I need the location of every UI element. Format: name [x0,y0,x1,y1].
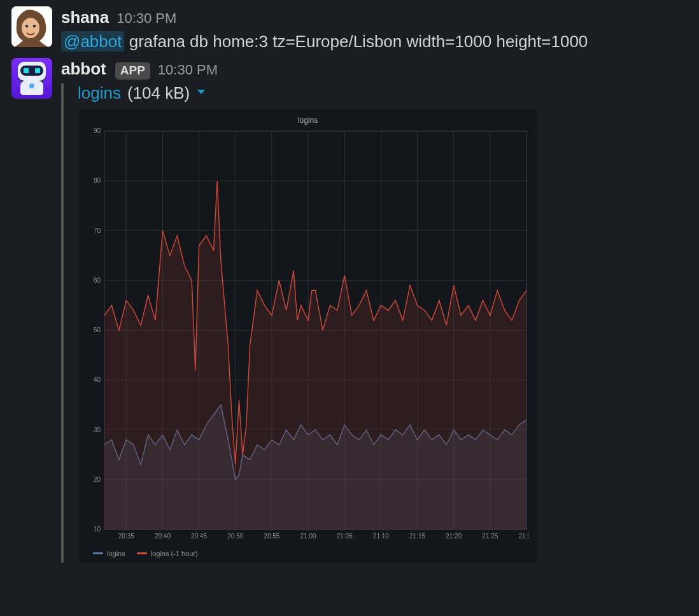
chart-legend: logins logins (-1 hour) [78,547,538,557]
svg-text:30: 30 [94,426,101,433]
username[interactable]: shana [61,8,109,27]
svg-text:70: 70 [94,227,101,234]
svg-text:40: 40 [94,376,101,383]
svg-text:21:00: 21:00 [300,533,316,540]
svg-text:21:20: 21:20 [446,533,462,540]
legend-swatch [93,552,103,554]
svg-point-2 [25,25,28,27]
message-header: shana 10:30 PM [61,8,688,27]
svg-text:20:50: 20:50 [227,533,243,540]
svg-text:21:25: 21:25 [482,533,498,540]
svg-point-3 [33,25,36,27]
svg-text:20:40: 20:40 [155,533,171,540]
message-text: @abbot grafana db home:3 tz=Europe/Lisbo… [61,30,688,54]
app-badge: APP [115,62,150,80]
svg-text:21:15: 21:15 [409,533,425,540]
svg-text:20: 20 [94,475,101,482]
svg-text:21:10: 21:10 [373,533,389,540]
svg-text:21:05: 21:05 [337,533,353,540]
svg-text:50: 50 [94,326,101,333]
file-name-link[interactable]: logins [78,83,121,103]
svg-text:20:55: 20:55 [264,533,279,540]
svg-text:80: 80 [94,177,101,184]
chart-title: logins [78,116,538,125]
timestamp[interactable]: 10:30 PM [158,62,218,78]
avatar-abbot[interactable] [11,58,52,99]
timestamp[interactable]: 10:30 PM [117,10,176,27]
chart-plot: 10203040506070809020:3520:4020:4520:5020… [87,127,529,547]
avatar-image [17,62,47,95]
attachment-header: logins (104 kB) [78,83,542,103]
legend-label: logins (-1 hour) [151,550,198,557]
legend-item-logins[interactable]: logins [93,550,125,557]
message-body: abbot APP 10:30 PM logins (104 kB) login… [61,58,688,563]
message-abbot: abbot APP 10:30 PM logins (104 kB) login… [11,58,688,563]
attachment: logins (104 kB) logins 10203040506070809… [61,83,542,563]
chart-container[interactable]: logins 10203040506070809020:3520:4020:45… [78,109,538,563]
chevron-down-icon[interactable] [197,90,205,94]
svg-text:21:30: 21:30 [518,533,529,540]
mention-abbot[interactable]: @abbot [61,31,124,52]
avatar-shana[interactable] [11,6,52,47]
svg-text:10: 10 [94,526,101,533]
svg-text:20:35: 20:35 [118,533,134,540]
avatar-image [11,6,52,47]
message-header: abbot APP 10:30 PM [61,59,688,80]
username[interactable]: abbot [61,59,106,79]
file-size: (104 kB) [127,83,190,103]
message-body: shana 10:30 PM @abbot grafana db home:3 … [61,6,688,54]
legend-swatch [137,552,147,554]
svg-text:60: 60 [94,276,101,283]
message-text-content: grafana db home:3 tz=Europe/Lisbon width… [124,32,588,51]
svg-text:20:45: 20:45 [191,533,207,540]
legend-label: logins [107,550,125,557]
legend-item-logins-1h[interactable]: logins (-1 hour) [137,550,198,557]
message-shana: shana 10:30 PM @abbot grafana db home:3 … [11,6,688,54]
svg-text:90: 90 [94,127,101,134]
